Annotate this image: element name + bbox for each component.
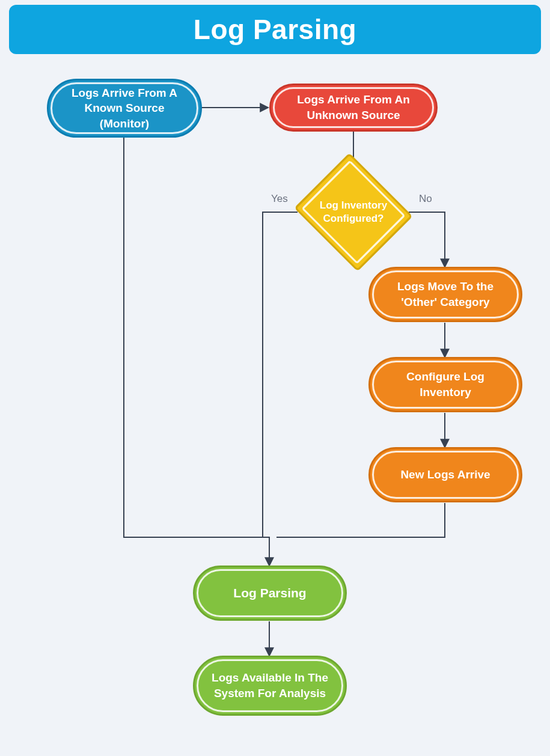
page-title: Log Parsing bbox=[9, 5, 541, 54]
node-log-parsing: Log Parsing bbox=[193, 565, 347, 621]
edge-label-yes: Yes bbox=[271, 193, 288, 205]
edge-label-no: No bbox=[419, 193, 432, 205]
node-decision-text: Log Inventory Configured? bbox=[296, 199, 411, 225]
node-new-logs: New Logs Arrive bbox=[368, 447, 522, 502]
title-text: Log Parsing bbox=[194, 13, 356, 46]
node-known-source: Logs Arrive From A Known Source (Monitor… bbox=[47, 79, 202, 138]
node-decision: Log Inventory Configured? bbox=[296, 173, 411, 251]
node-other-category: Logs Move To the 'Other' Category bbox=[368, 267, 522, 322]
node-unknown-source: Logs Arrive From An Unknown Source bbox=[269, 84, 438, 132]
node-configure-inventory: Configure Log Inventory bbox=[368, 357, 522, 412]
node-logs-available: Logs Available In The System For Analysi… bbox=[193, 656, 347, 716]
